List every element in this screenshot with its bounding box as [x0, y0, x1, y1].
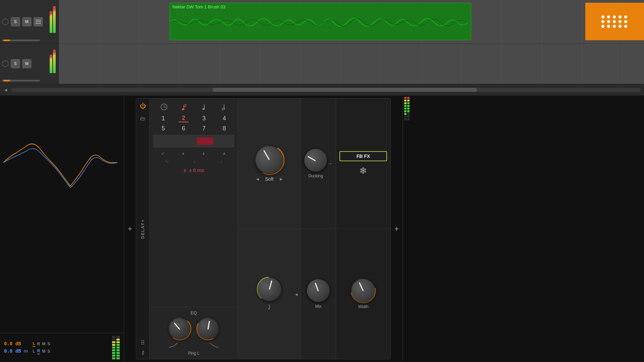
soft-label: Soft: [265, 176, 274, 182]
timing-num-7[interactable]: 7: [199, 125, 209, 132]
timing-section: 1 2 3 4 5 6 7 8 ↙: [150, 99, 238, 359]
track-fader-1[interactable]: [2, 40, 40, 41]
track-meter-1: [50, 3, 56, 33]
note-eighth-icon[interactable]: [182, 103, 188, 111]
add-btn-left[interactable]: +: [124, 96, 136, 362]
ping-l-label: Ping L: [188, 351, 200, 356]
grid-line: [99, 0, 99, 96]
timing-num-6[interactable]: 6: [178, 125, 189, 132]
timing-num-2[interactable]: 2: [178, 115, 189, 122]
track-fader-2[interactable]: [2, 80, 40, 81]
timing-block: [197, 137, 213, 145]
ch2-S-btn[interactable]: S: [47, 349, 50, 354]
link-icon[interactable]: ∞: [24, 348, 28, 355]
loop-icon[interactable]: ⤸: [266, 303, 272, 311]
record-btn-2[interactable]: [2, 60, 9, 67]
soft-arrow-left[interactable]: ◄: [255, 176, 260, 182]
track-controls-panel: S M S M: [0, 0, 59, 96]
power-btn[interactable]: ⏻: [138, 101, 148, 111]
ch1-R-btn[interactable]: R: [37, 342, 40, 346]
note-half-icon[interactable]: [222, 103, 227, 111]
orange-plugin-btn[interactable]: [585, 3, 644, 40]
eq-high-curve: [209, 342, 219, 348]
snowflake-btn[interactable]: ❄: [359, 165, 367, 176]
eq-knob-1[interactable]: [169, 318, 191, 340]
ms-value: ± 6 ms: [189, 167, 204, 173]
timing-arrow-up-3[interactable]: ▲: [222, 151, 226, 156]
mute-btn-1[interactable]: M: [22, 17, 32, 26]
timing-icons-row: [153, 102, 234, 112]
add-btn-right[interactable]: +: [391, 96, 402, 362]
grid-btn[interactable]: ⠿: [141, 339, 145, 347]
track-meter-2: [50, 46, 56, 73]
right-meters: [402, 96, 411, 362]
mute-btn-2[interactable]: M: [22, 59, 32, 68]
solo-btn-1[interactable]: S: [11, 17, 20, 26]
fbfx-top: FB FX ❄: [336, 99, 390, 229]
delay-plugin-panel: ⏻ 🗁 DELAY+ ⠿ ⚷: [136, 98, 391, 359]
record-btn-1[interactable]: [2, 18, 9, 25]
key-btn[interactable]: ⚷: [141, 349, 145, 356]
note-quarter-icon[interactable]: [202, 103, 208, 111]
channel-btns-1: L R M S L R M S: [33, 341, 50, 354]
track-menu-btn-1[interactable]: [34, 17, 43, 26]
timing-arrow-up-2[interactable]: ▲: [202, 151, 206, 156]
timing-arrow-up-1[interactable]: ▲: [181, 151, 185, 156]
timing-num-8[interactable]: 8: [219, 125, 229, 132]
eq-section: EQ: [150, 307, 238, 359]
timeline-area: Nektar DW Tom 1 Brush 03: [59, 0, 644, 96]
svg-line-5: [184, 104, 186, 105]
ducking-section: Ducking →: [301, 99, 336, 229]
clock-icon[interactable]: [160, 103, 168, 111]
ch1-L-label: L: [33, 341, 35, 347]
scrollbar-track[interactable]: [11, 88, 641, 92]
scroll-left-arrow[interactable]: ◄: [3, 87, 8, 93]
timing-num-5[interactable]: 5: [158, 125, 168, 132]
mix-knob-container: Mix: [307, 279, 330, 309]
svg-point-4: [182, 108, 185, 111]
track-row-2: S M: [0, 44, 58, 84]
grid-line: [542, 0, 542, 96]
timing-num-4[interactable]: 4: [219, 115, 229, 122]
level-display: 0.0 dB 0.0 dB ∞: [4, 341, 28, 355]
mix-section: Mix: [301, 229, 336, 359]
ch2-M-btn[interactable]: M: [42, 349, 45, 354]
daw-top-area: S M S M: [0, 0, 644, 96]
ducking-arrow: →: [327, 161, 332, 167]
timing-num-1[interactable]: 1: [158, 115, 168, 122]
ch1-M-btn[interactable]: M: [42, 342, 45, 346]
width-knob[interactable]: [352, 279, 375, 302]
offset-icons-row: ³♪ ♪ ♩: [153, 159, 234, 165]
note-quarter-sm-icon: ♩: [220, 160, 222, 164]
svg-point-10: [222, 108, 225, 110]
width-knob-container: [352, 279, 375, 302]
fbfx-bottom: Width: [336, 229, 390, 359]
scrollbar-thumb[interactable]: [213, 88, 477, 92]
eq-knob-2[interactable]: [197, 318, 219, 340]
timing-num-3[interactable]: 3: [199, 115, 209, 122]
eq-label: EQ: [191, 310, 197, 315]
plugin-sidebar: ⏻ 🗁 DELAY+ ⠿ ⚷: [136, 99, 150, 359]
eq-curve-symbols: [153, 342, 234, 348]
eq-knob-2-container: [197, 318, 219, 340]
right-panel: Ducking → Mix: [301, 99, 336, 359]
audio-clip[interactable]: Nektar DW Tom 1 Brush 03: [169, 3, 471, 40]
mix-label: Mix: [315, 304, 322, 309]
timing-bar[interactable]: [153, 135, 234, 147]
timing-nums-row2: 5 6 7 8: [153, 125, 234, 132]
solo-btn-2[interactable]: S: [11, 59, 20, 68]
soft-arrow-right[interactable]: ►: [279, 176, 283, 182]
ch1-S-btn[interactable]: S: [47, 342, 50, 346]
soft-section: ◄ Soft ► ◄: [238, 99, 301, 359]
bottom-area: 0.0 dB 0.0 dB ∞ L R M S L R M S: [0, 96, 644, 362]
grid-line: [139, 0, 140, 96]
mix-knob[interactable]: [307, 279, 330, 302]
folder-btn[interactable]: 🗁: [138, 114, 148, 123]
green-knob[interactable]: [258, 278, 281, 301]
note-triplet-icon: ³♪: [165, 160, 168, 164]
soft-knob[interactable]: [256, 146, 283, 174]
eq-low-curve: [168, 342, 178, 348]
ducking-knob[interactable]: [304, 149, 327, 172]
side-arrow-indicator: ◄: [294, 292, 299, 297]
ch2-L-btn[interactable]: L: [33, 349, 35, 354]
